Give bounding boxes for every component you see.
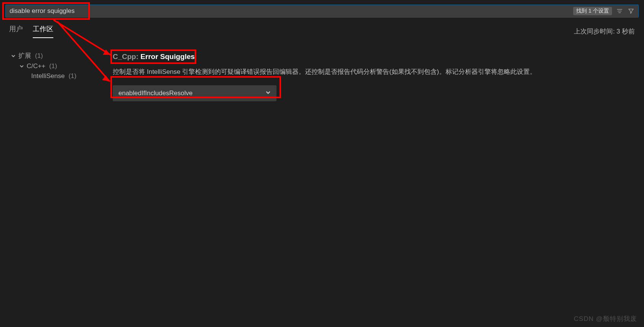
settings-editor: 找到 1 个设置 用户 工作区 上次同步时间: 3 秒前 xyxy=(0,0,644,327)
last-sync-label: 上次同步时间: 3 秒前 xyxy=(574,27,635,36)
tabs-row: 用户 工作区 上次同步时间: 3 秒前 xyxy=(0,18,644,38)
chevron-down-icon xyxy=(19,64,24,69)
search-wrap: 找到 1 个设置 xyxy=(5,5,639,18)
tree-count: (1) xyxy=(69,72,77,80)
tree-label: IntelliSense xyxy=(31,72,65,80)
tab-workspace[interactable]: 工作区 xyxy=(33,24,53,38)
dropdown-value: enabledIfIncludesResolve xyxy=(118,89,193,97)
settings-search-input[interactable] xyxy=(5,5,639,18)
setting-title: C_Cpp: Error Squiggles xyxy=(113,53,633,61)
tree-count: (1) xyxy=(49,62,57,70)
tree-count: (1) xyxy=(35,52,43,60)
setting-name-label: Error Squiggles xyxy=(141,53,195,61)
tab-user[interactable]: 用户 xyxy=(9,24,23,38)
setting-description: 控制是否将 IntelliSense 引擎检测到的可疑编译错误报告回编辑器。还控… xyxy=(113,67,593,77)
watermark: CSDN @颓特别我废 xyxy=(574,314,637,323)
search-action-icons xyxy=(616,7,635,15)
settings-body: 扩展 (1) C/C++ (1) IntelliSense (1) C_Cpp:… xyxy=(0,41,644,327)
tree-intellisense[interactable]: IntelliSense (1) xyxy=(11,71,107,81)
tree-label: 扩展 xyxy=(18,51,31,60)
tree-label: C/C++ xyxy=(27,62,45,70)
chevron-down-icon xyxy=(11,54,16,58)
results-count-badge: 找到 1 个设置 xyxy=(573,7,612,15)
error-squiggles-dropdown[interactable]: enabledIfIncludesResolve xyxy=(113,85,276,101)
search-row: 找到 1 个设置 xyxy=(0,0,644,18)
settings-tree: 扩展 (1) C/C++ (1) IntelliSense (1) xyxy=(0,41,110,327)
tree-ccpp[interactable]: C/C++ (1) xyxy=(11,61,107,71)
filter-icon[interactable] xyxy=(627,7,635,15)
tree-extensions[interactable]: 扩展 (1) xyxy=(11,50,107,61)
setting-scope-label: C_Cpp: xyxy=(113,53,141,61)
settings-content: C_Cpp: Error Squiggles 控制是否将 IntelliSens… xyxy=(110,41,644,327)
clear-filters-icon[interactable] xyxy=(616,7,623,15)
chevron-down-icon xyxy=(265,89,271,97)
scope-tabs: 用户 工作区 xyxy=(9,24,53,38)
